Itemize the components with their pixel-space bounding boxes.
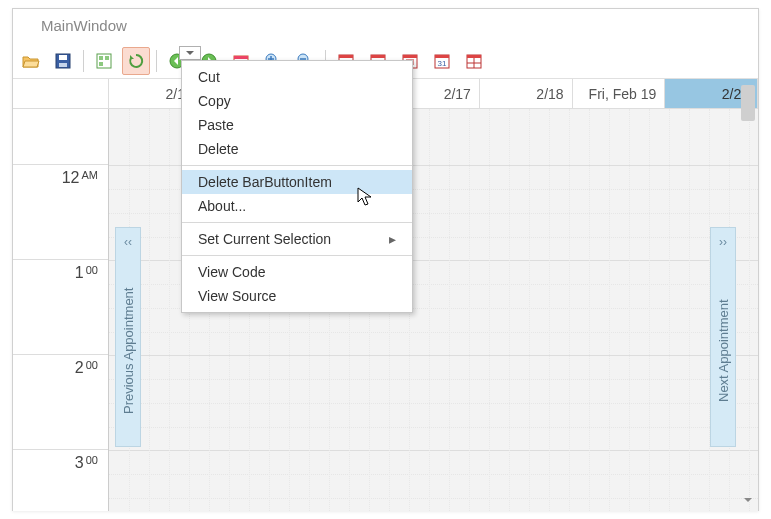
menu-separator <box>182 222 412 223</box>
svg-rect-34 <box>467 55 481 58</box>
main-window: MainWindow 1 5 31 2/14 2/17 2/18 Fri, Fe… <box>12 8 759 511</box>
context-menu: Cut Copy Paste Delete Delete BarButtonIt… <box>181 60 413 313</box>
chevron-left-icon: ‹‹ <box>124 228 132 256</box>
svg-rect-10 <box>234 56 248 59</box>
open-icon <box>22 53 40 69</box>
next-appointment-bar[interactable]: ›› Next Appointment <box>710 227 736 447</box>
menu-item-delete-barbuttonitem[interactable]: Delete BarButtonItem <box>182 170 412 194</box>
time-slot <box>13 109 108 165</box>
date-cell[interactable]: 2/18 <box>480 79 573 108</box>
date-header-corner <box>13 79 109 108</box>
save-button[interactable] <box>49 47 77 75</box>
scrollbar-track[interactable] <box>741 85 755 465</box>
menu-item-set-current-selection[interactable]: Set Current Selection ▸ <box>182 227 412 251</box>
svg-rect-26 <box>403 55 417 58</box>
time-column: 12AM 100 200 300 <box>13 109 109 511</box>
window-title: MainWindow <box>13 9 758 43</box>
scrollbar-thumb[interactable] <box>741 85 755 121</box>
menu-item-cut[interactable]: Cut <box>182 65 412 89</box>
menu-item-copy[interactable]: Copy <box>182 89 412 113</box>
date-cell[interactable]: Fri, Feb 19 <box>573 79 666 108</box>
time-slot: 200 <box>13 355 108 450</box>
time-slot: 100 <box>13 260 108 355</box>
dropdown-indicator[interactable] <box>179 46 201 60</box>
grid-icon <box>466 53 482 69</box>
month-view-button[interactable]: 31 <box>428 47 456 75</box>
month-icon: 31 <box>434 53 450 69</box>
toolbar-separator <box>156 50 157 72</box>
menu-item-about[interactable]: About... <box>182 194 412 218</box>
refresh-button[interactable] <box>122 47 150 75</box>
previous-appointment-bar[interactable]: ‹‹ Previous Appointment <box>115 227 141 447</box>
menu-item-view-code[interactable]: View Code <box>182 260 412 284</box>
menu-item-paste[interactable]: Paste <box>182 113 412 137</box>
svg-rect-2 <box>59 63 67 67</box>
svg-rect-1 <box>59 55 67 60</box>
menu-item-label: Set Current Selection <box>198 231 331 247</box>
grid-view-button[interactable] <box>460 47 488 75</box>
svg-rect-4 <box>99 56 103 60</box>
group-button[interactable] <box>90 47 118 75</box>
toolbar-separator <box>83 50 84 72</box>
refresh-icon <box>128 53 144 69</box>
menu-separator <box>182 165 412 166</box>
submenu-arrow-icon: ▸ <box>389 231 396 247</box>
time-slot: 300 <box>13 450 108 511</box>
svg-rect-31 <box>435 55 449 58</box>
scrollbar-down-button[interactable] <box>741 493 755 507</box>
svg-text:31: 31 <box>438 59 447 68</box>
group-icon <box>96 53 112 69</box>
save-icon <box>55 53 71 69</box>
open-button[interactable] <box>17 47 45 75</box>
svg-rect-5 <box>105 56 109 60</box>
chevron-right-icon: ›› <box>719 228 727 256</box>
time-slot: 12AM <box>13 165 108 260</box>
menu-item-view-source[interactable]: View Source <box>182 284 412 308</box>
svg-rect-6 <box>99 62 103 66</box>
next-appointment-label: Next Appointment <box>716 256 731 446</box>
previous-appointment-label: Previous Appointment <box>121 256 136 446</box>
menu-separator <box>182 255 412 256</box>
menu-item-delete[interactable]: Delete <box>182 137 412 161</box>
